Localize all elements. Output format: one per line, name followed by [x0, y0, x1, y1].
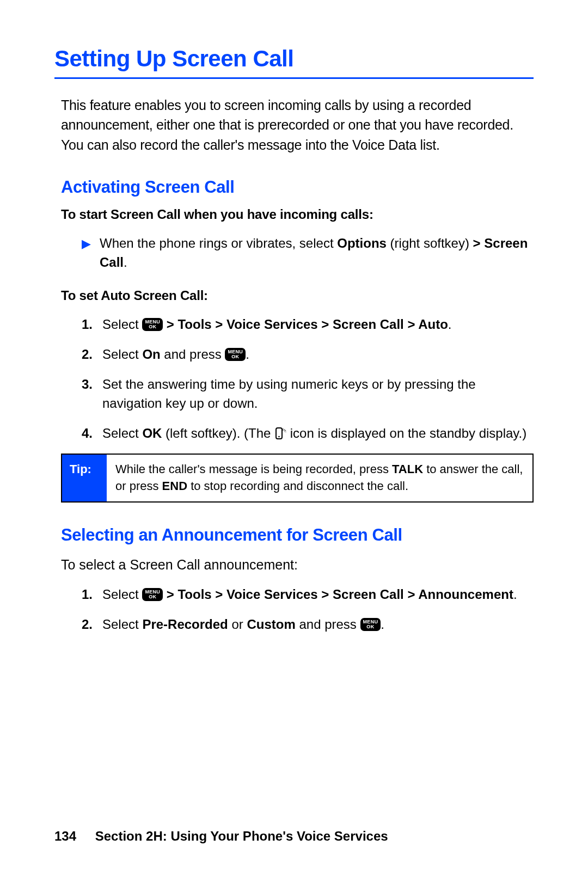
step-2: 2. Select Pre-Recorded or Custom and pre…: [82, 615, 534, 634]
menu-path: > Tools > Voice Services > Screen Call >…: [163, 587, 513, 602]
text: or: [228, 617, 247, 632]
text: Select: [102, 347, 142, 362]
lead-start-screen-call: To start Screen Call when you have incom…: [61, 207, 534, 222]
step-1: 1. Select MENUOK > Tools > Voice Service…: [82, 315, 534, 334]
step-text: Select Pre-Recorded or Custom and press …: [102, 615, 384, 634]
menu-ok-key-icon: MENUOK: [142, 588, 163, 601]
arrow-instruction: ▶ When the phone rings or vibrates, sele…: [82, 234, 534, 272]
select-announcement-intro: To select a Screen Call announcement:: [61, 555, 534, 574]
text: .: [124, 255, 127, 270]
tip-label: Tip:: [62, 455, 107, 501]
text: While the caller's message is being reco…: [115, 462, 392, 476]
steps-auto-screen-call: 1. Select MENUOK > Tools > Voice Service…: [82, 315, 534, 443]
intro-paragraph: This feature enables you to screen incom…: [61, 95, 534, 155]
on-label: On: [142, 347, 160, 362]
step-text: Select On and press MENUOK.: [102, 345, 249, 364]
text: .: [246, 347, 249, 362]
text: to stop recording and disconnect the cal…: [187, 479, 408, 493]
step-1: 1. Select MENUOK > Tools > Voice Service…: [82, 585, 534, 604]
text: (right softkey): [387, 236, 473, 250]
page-footer: 134 Section 2H: Using Your Phone's Voice…: [54, 829, 388, 844]
text: When the phone rings or vibrates, select: [100, 236, 337, 250]
text: and press: [296, 617, 360, 632]
step-2: 2. Select On and press MENUOK.: [82, 345, 534, 364]
menu-ok-key-icon: MENUOK: [360, 618, 381, 631]
talk-key: TALK: [392, 462, 423, 476]
page-title: Setting Up Screen Call: [54, 46, 534, 79]
tip-box: Tip: While the caller's message is being…: [61, 454, 534, 503]
text: .: [513, 587, 517, 602]
step-number: 1.: [82, 585, 99, 604]
arrow-text: When the phone rings or vibrates, select…: [100, 234, 534, 272]
page-number: 134: [54, 829, 76, 843]
text: (left softkey). (The: [162, 426, 274, 440]
screen-call-status-icon: [274, 426, 286, 439]
manual-page: Setting Up Screen Call This feature enab…: [0, 0, 588, 882]
section-label: Section 2H: Using Your Phone's Voice Ser…: [95, 829, 388, 843]
step-number: 4.: [82, 424, 99, 443]
text: Select: [102, 426, 142, 440]
text: icon is displayed on the standby display…: [286, 426, 526, 440]
step-text: Select MENUOK > Tools > Voice Services >…: [102, 315, 452, 334]
step-number: 1.: [82, 315, 99, 334]
lead-auto-screen-call: To set Auto Screen Call:: [61, 288, 534, 303]
step-3: 3. Set the answering time by using numer…: [82, 375, 534, 413]
step-number: 2.: [82, 345, 99, 364]
step-number: 3.: [82, 375, 99, 413]
ok-label: OK: [142, 426, 162, 440]
options-label: Options: [337, 236, 387, 250]
svg-point-1: [278, 436, 280, 438]
step-text: Select OK (left softkey). (The icon is d…: [102, 424, 526, 443]
step-4: 4. Select OK (left softkey). (The icon i…: [82, 424, 534, 443]
subheading-selecting-announcement: Selecting an Announcement for Screen Cal…: [61, 525, 534, 545]
step-number: 2.: [82, 615, 99, 634]
menu-path: > Tools > Voice Services > Screen Call >…: [163, 317, 448, 332]
text: Select: [102, 587, 142, 602]
text: Select: [102, 617, 142, 632]
steps-select-announcement: 1. Select MENUOK > Tools > Voice Service…: [82, 585, 534, 634]
triangle-right-icon: ▶: [82, 235, 91, 272]
step-text: Select MENUOK > Tools > Voice Services >…: [102, 585, 517, 604]
step-text: Set the answering time by using numeric …: [102, 375, 534, 413]
menu-ok-key-icon: MENUOK: [225, 348, 246, 361]
end-key: END: [162, 479, 187, 493]
text: Select: [102, 317, 142, 332]
tip-text: While the caller's message is being reco…: [107, 455, 532, 501]
prerecorded-label: Pre-Recorded: [142, 617, 228, 632]
text: .: [448, 317, 452, 332]
custom-label: Custom: [247, 617, 295, 632]
text: and press: [161, 347, 225, 362]
subheading-activating: Activating Screen Call: [61, 177, 534, 197]
menu-ok-key-icon: MENUOK: [142, 318, 163, 331]
text: .: [381, 617, 384, 632]
